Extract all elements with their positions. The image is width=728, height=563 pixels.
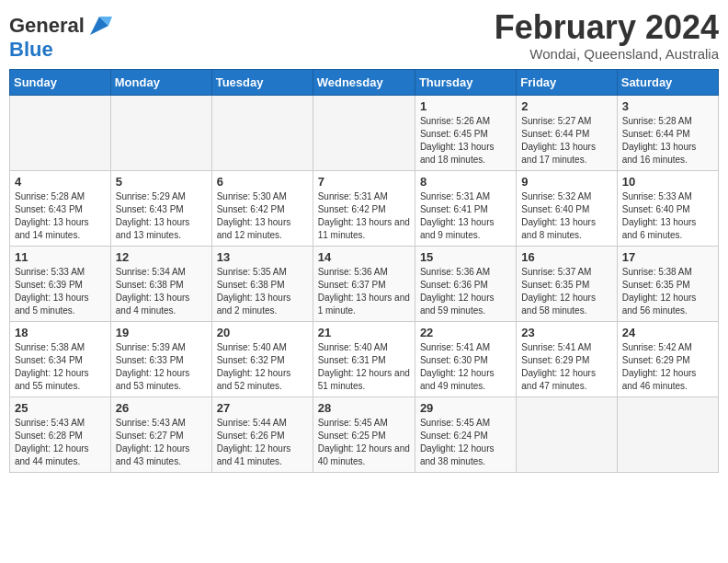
- day-number: 20: [217, 326, 308, 339]
- day-info: Sunrise: 5:29 AM Sunset: 6:43 PM Dayligh…: [116, 190, 207, 242]
- day-info: Sunrise: 5:40 AM Sunset: 6:32 PM Dayligh…: [217, 341, 308, 393]
- day-number: 28: [318, 401, 410, 415]
- day-number: 29: [420, 401, 511, 415]
- logo: General Blue: [9, 13, 112, 61]
- page-header: General Blue February 2024 Wondai, Queen…: [9, 9, 719, 62]
- calendar-cell: 18Sunrise: 5:38 AM Sunset: 6:34 PM Dayli…: [10, 321, 111, 396]
- day-info: Sunrise: 5:35 AM Sunset: 6:38 PM Dayligh…: [217, 266, 308, 317]
- day-number: 13: [217, 250, 308, 264]
- day-header-tuesday: Tuesday: [211, 69, 313, 95]
- day-number: 1: [420, 99, 511, 113]
- day-number: 26: [116, 401, 207, 415]
- calendar-cell: 2Sunrise: 5:27 AM Sunset: 6:44 PM Daylig…: [517, 95, 617, 170]
- calendar-cell: 20Sunrise: 5:40 AM Sunset: 6:32 PM Dayli…: [211, 321, 313, 396]
- calendar-cell: 14Sunrise: 5:36 AM Sunset: 6:37 PM Dayli…: [313, 246, 415, 321]
- day-info: Sunrise: 5:43 AM Sunset: 6:28 PM Dayligh…: [15, 417, 106, 468]
- day-number: 4: [15, 175, 106, 189]
- month-title: February 2024: [495, 9, 719, 46]
- calendar-table: SundayMondayTuesdayWednesdayThursdayFrid…: [9, 69, 719, 473]
- day-info: Sunrise: 5:33 AM Sunset: 6:39 PM Dayligh…: [15, 266, 106, 317]
- calendar-cell: 27Sunrise: 5:44 AM Sunset: 6:26 PM Dayli…: [211, 396, 313, 472]
- calendar-cell: 5Sunrise: 5:29 AM Sunset: 6:43 PM Daylig…: [110, 170, 211, 246]
- day-info: Sunrise: 5:32 AM Sunset: 6:40 PM Dayligh…: [521, 190, 611, 242]
- day-number: 24: [622, 326, 713, 339]
- calendar-cell: 11Sunrise: 5:33 AM Sunset: 6:39 PM Dayli…: [10, 246, 111, 321]
- calendar-cell: 13Sunrise: 5:35 AM Sunset: 6:38 PM Dayli…: [211, 246, 313, 321]
- calendar-week-row: 11Sunrise: 5:33 AM Sunset: 6:39 PM Dayli…: [10, 246, 719, 321]
- day-info: Sunrise: 5:33 AM Sunset: 6:40 PM Dayligh…: [622, 190, 713, 242]
- calendar-week-row: 25Sunrise: 5:43 AM Sunset: 6:28 PM Dayli…: [10, 396, 719, 472]
- day-info: Sunrise: 5:43 AM Sunset: 6:27 PM Dayligh…: [116, 417, 207, 468]
- day-info: Sunrise: 5:39 AM Sunset: 6:33 PM Dayligh…: [116, 341, 207, 393]
- day-info: Sunrise: 5:38 AM Sunset: 6:35 PM Dayligh…: [622, 266, 713, 317]
- calendar-cell: [211, 95, 313, 170]
- day-number: 18: [15, 326, 106, 339]
- day-number: 17: [622, 250, 713, 264]
- calendar-cell: 24Sunrise: 5:42 AM Sunset: 6:29 PM Dayli…: [617, 321, 718, 396]
- calendar-cell: [617, 396, 718, 472]
- day-number: 21: [318, 326, 410, 339]
- day-number: 3: [622, 99, 713, 113]
- calendar-cell: 8Sunrise: 5:31 AM Sunset: 6:41 PM Daylig…: [415, 170, 516, 246]
- logo-general-text: General: [9, 15, 85, 37]
- logo-icon: [86, 13, 112, 39]
- calendar-cell: 26Sunrise: 5:43 AM Sunset: 6:27 PM Dayli…: [110, 396, 211, 472]
- day-number: 6: [217, 175, 308, 189]
- day-header-thursday: Thursday: [415, 69, 516, 95]
- day-number: 10: [622, 175, 713, 189]
- day-info: Sunrise: 5:27 AM Sunset: 6:44 PM Dayligh…: [521, 115, 611, 167]
- day-number: 25: [15, 401, 106, 415]
- calendar-cell: 7Sunrise: 5:31 AM Sunset: 6:42 PM Daylig…: [313, 170, 415, 246]
- title-block: February 2024 Wondai, Queensland, Austra…: [495, 9, 719, 62]
- calendar-cell: [110, 95, 211, 170]
- day-info: Sunrise: 5:31 AM Sunset: 6:42 PM Dayligh…: [318, 190, 410, 242]
- calendar-cell: 3Sunrise: 5:28 AM Sunset: 6:44 PM Daylig…: [617, 95, 718, 170]
- calendar-cell: [517, 396, 617, 472]
- day-info: Sunrise: 5:42 AM Sunset: 6:29 PM Dayligh…: [622, 341, 713, 393]
- day-info: Sunrise: 5:45 AM Sunset: 6:24 PM Dayligh…: [420, 417, 511, 468]
- day-header-saturday: Saturday: [617, 69, 718, 95]
- calendar-cell: 9Sunrise: 5:32 AM Sunset: 6:40 PM Daylig…: [517, 170, 617, 246]
- day-number: 14: [318, 250, 410, 264]
- calendar-week-row: 18Sunrise: 5:38 AM Sunset: 6:34 PM Dayli…: [10, 321, 719, 396]
- day-number: 9: [521, 175, 611, 189]
- calendar-cell: 29Sunrise: 5:45 AM Sunset: 6:24 PM Dayli…: [415, 396, 516, 472]
- calendar-cell: 16Sunrise: 5:37 AM Sunset: 6:35 PM Dayli…: [517, 246, 617, 321]
- day-number: 23: [521, 326, 611, 339]
- day-number: 27: [217, 401, 308, 415]
- day-info: Sunrise: 5:38 AM Sunset: 6:34 PM Dayligh…: [15, 341, 106, 393]
- day-number: 16: [521, 250, 611, 264]
- logo-blue-text: Blue: [9, 39, 112, 61]
- calendar-cell: 21Sunrise: 5:40 AM Sunset: 6:31 PM Dayli…: [313, 321, 415, 396]
- calendar-cell: 4Sunrise: 5:28 AM Sunset: 6:43 PM Daylig…: [10, 170, 111, 246]
- day-number: 19: [116, 326, 207, 339]
- day-number: 8: [420, 175, 511, 189]
- day-info: Sunrise: 5:41 AM Sunset: 6:29 PM Dayligh…: [521, 341, 611, 393]
- day-number: 12: [116, 250, 207, 264]
- day-info: Sunrise: 5:44 AM Sunset: 6:26 PM Dayligh…: [217, 417, 308, 468]
- day-info: Sunrise: 5:28 AM Sunset: 6:44 PM Dayligh…: [622, 115, 713, 167]
- calendar-cell: 15Sunrise: 5:36 AM Sunset: 6:36 PM Dayli…: [415, 246, 516, 321]
- calendar-cell: 23Sunrise: 5:41 AM Sunset: 6:29 PM Dayli…: [517, 321, 617, 396]
- day-info: Sunrise: 5:40 AM Sunset: 6:31 PM Dayligh…: [318, 341, 410, 393]
- location-subtitle: Wondai, Queensland, Australia: [495, 46, 719, 62]
- day-info: Sunrise: 5:37 AM Sunset: 6:35 PM Dayligh…: [521, 266, 611, 317]
- calendar-cell: [10, 95, 111, 170]
- day-info: Sunrise: 5:45 AM Sunset: 6:25 PM Dayligh…: [318, 417, 410, 468]
- day-number: 11: [15, 250, 106, 264]
- day-number: 2: [521, 99, 611, 113]
- calendar-cell: 28Sunrise: 5:45 AM Sunset: 6:25 PM Dayli…: [313, 396, 415, 472]
- day-header-monday: Monday: [110, 69, 211, 95]
- day-number: 5: [116, 175, 207, 189]
- calendar-cell: 22Sunrise: 5:41 AM Sunset: 6:30 PM Dayli…: [415, 321, 516, 396]
- calendar-cell: 25Sunrise: 5:43 AM Sunset: 6:28 PM Dayli…: [10, 396, 111, 472]
- calendar-week-row: 1Sunrise: 5:26 AM Sunset: 6:45 PM Daylig…: [10, 95, 719, 170]
- calendar-week-row: 4Sunrise: 5:28 AM Sunset: 6:43 PM Daylig…: [10, 170, 719, 246]
- day-number: 22: [420, 326, 511, 339]
- calendar-cell: 12Sunrise: 5:34 AM Sunset: 6:38 PM Dayli…: [110, 246, 211, 321]
- calendar-cell: 17Sunrise: 5:38 AM Sunset: 6:35 PM Dayli…: [617, 246, 718, 321]
- calendar-cell: 6Sunrise: 5:30 AM Sunset: 6:42 PM Daylig…: [211, 170, 313, 246]
- day-info: Sunrise: 5:34 AM Sunset: 6:38 PM Dayligh…: [116, 266, 207, 317]
- calendar-cell: 1Sunrise: 5:26 AM Sunset: 6:45 PM Daylig…: [415, 95, 516, 170]
- day-number: 7: [318, 175, 410, 189]
